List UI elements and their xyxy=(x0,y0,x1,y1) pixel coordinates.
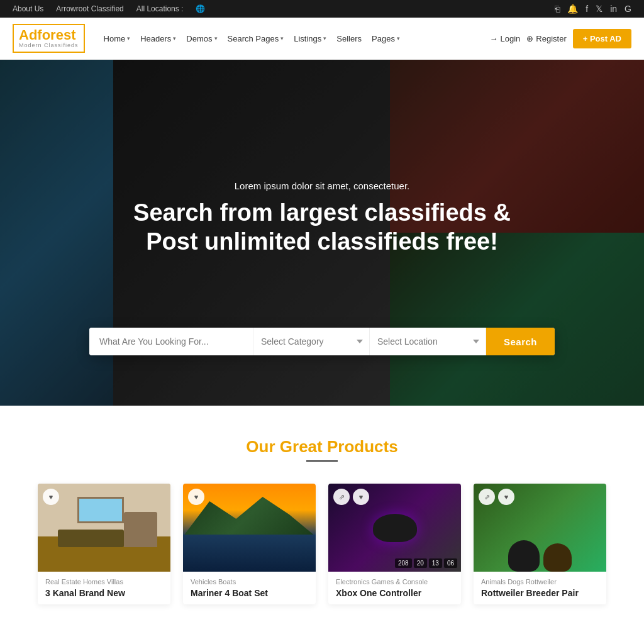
nav-pages[interactable]: Pages ▾ xyxy=(372,34,400,43)
room-table xyxy=(58,530,125,547)
card-body-2: Vehicles Boats Mariner 4 Boat Set xyxy=(183,572,316,604)
logo-text: Adforest xyxy=(19,28,79,43)
controller-shape xyxy=(373,514,417,542)
chevron-icon: ▾ xyxy=(323,35,326,42)
linkedin-icon[interactable]: in xyxy=(610,4,617,14)
card-actions-4: ⇗ ♥ xyxy=(479,489,514,505)
navbar-left: Adforest Modern Classifieds Home ▾ Heade… xyxy=(13,24,400,53)
card-body-4: Animals Dogs Rottweiler Rottweiler Breed… xyxy=(474,572,606,604)
card-category-4: Animals Dogs Rottweiler xyxy=(481,578,599,586)
nav-demos[interactable]: Demos ▾ xyxy=(186,34,217,43)
card-category-2: Vehicles Boats xyxy=(191,578,308,586)
card-actions-1: ♥ xyxy=(43,489,59,505)
product-card-4: ⇗ ♥ Animals Dogs Rottweiler Rottweiler B… xyxy=(474,484,606,604)
title-pre: Our xyxy=(246,437,279,456)
boat-water xyxy=(183,535,316,572)
card-badge-likes: 20 xyxy=(414,558,427,568)
card-badge-views: 208 xyxy=(395,558,412,568)
logo-tagline: Modern Classifieds xyxy=(19,43,79,49)
product-card-2: ♥ Vehicles Boats Mariner 4 Boat Set xyxy=(183,484,316,604)
login-arrow-icon: → xyxy=(489,34,497,43)
card-title-4: Rottweiler Breeder Pair xyxy=(481,588,599,598)
section-title: Our Great Products xyxy=(38,437,606,457)
chevron-icon: ▾ xyxy=(127,35,130,42)
register-icon: ⊕ xyxy=(526,34,533,43)
chevron-icon: ▾ xyxy=(397,35,400,42)
card-badges-3: 208 20 13 06 xyxy=(395,558,457,568)
topbar-about[interactable]: About Us xyxy=(13,4,43,13)
card-title-2: Mariner 4 Boat Set xyxy=(191,588,308,598)
card-body-1: Real Estate Homes Villas 3 Kanal Brand N… xyxy=(38,572,170,604)
nav-headers[interactable]: Headers ▾ xyxy=(140,34,176,43)
card-image-wrap-3: ⇗ ♥ 208 20 13 06 xyxy=(328,484,461,572)
card-actions-2: ♥ xyxy=(188,489,204,505)
hero-title: Search from largest classifieds & Post u… xyxy=(108,199,536,256)
card-heart-btn-2[interactable]: ♥ xyxy=(188,489,204,505)
nav-listings[interactable]: Listings ▾ xyxy=(294,34,326,43)
twitter-icon[interactable]: 𝕏 xyxy=(596,4,602,14)
topbar-brand[interactable]: Arrowroot Classified xyxy=(56,4,123,13)
category-select[interactable]: Select Category xyxy=(253,328,370,355)
nav-home[interactable]: Home ▾ xyxy=(104,34,131,43)
hero-content: Lorem ipsum dolor sit amet, consectetuer… xyxy=(108,180,536,275)
card-share-btn-3[interactable]: ⇗ xyxy=(333,489,350,505)
dog-1 xyxy=(508,540,540,572)
card-heart-btn-3[interactable]: ♥ xyxy=(353,489,369,505)
card-share-btn-4[interactable]: ⇗ xyxy=(479,489,495,505)
topbar-locations: All Locations : xyxy=(136,4,184,13)
login-icon[interactable]: ⎗ xyxy=(555,4,560,14)
login-button[interactable]: → Login xyxy=(489,34,520,43)
card-heart-btn-1[interactable]: ♥ xyxy=(43,489,59,505)
title-highlight: Great xyxy=(280,437,323,456)
logo-ad: Ad xyxy=(19,27,37,43)
chevron-icon: ▾ xyxy=(214,35,218,42)
hero-section: Lorem ipsum dolor sit amet, consectetuer… xyxy=(0,60,644,406)
products-section: Our Great Products ♥ Real Estate Homes V… xyxy=(0,406,644,623)
card-badge-shares: 06 xyxy=(444,558,457,568)
nav-search-pages[interactable]: Search Pages ▾ xyxy=(228,34,284,43)
card-category-3: Electronics Games & Console xyxy=(336,578,453,586)
title-post: Products xyxy=(323,437,398,456)
product-grid: ♥ Real Estate Homes Villas 3 Kanal Brand… xyxy=(38,484,606,604)
search-button[interactable]: Search xyxy=(486,328,555,355)
chevron-icon: ▾ xyxy=(173,35,176,42)
hero-subtitle: Lorem ipsum dolor sit amet, consectetuer… xyxy=(108,180,536,191)
card-title-3: Xbox One Controller xyxy=(336,588,453,598)
globe-icon[interactable]: 🌐 xyxy=(196,4,205,13)
navbar-right: → Login ⊕ Register + Post AD xyxy=(489,29,631,48)
navbar: Adforest Modern Classifieds Home ▾ Heade… xyxy=(0,18,644,60)
card-title-1: 3 Kanal Brand New xyxy=(45,588,163,598)
card-image-wrap-1: ♥ xyxy=(38,484,170,572)
product-card-3: ⇗ ♥ 208 20 13 06 Electronics Games & Con… xyxy=(328,484,461,604)
nav-links: Home ▾ Headers ▾ Demos ▾ Search Pages ▾ … xyxy=(104,34,400,43)
card-image-wrap-2: ♥ xyxy=(183,484,316,572)
topbar: About Us Arrowroot Classified All Locati… xyxy=(0,0,644,18)
dog-2 xyxy=(543,543,572,572)
room-chair xyxy=(124,512,157,547)
card-heart-btn-4[interactable]: ♥ xyxy=(498,489,514,505)
card-category-1: Real Estate Homes Villas xyxy=(45,578,163,586)
card-image-wrap-4: ⇗ ♥ xyxy=(474,484,606,572)
search-input[interactable] xyxy=(89,328,253,355)
topbar-left: About Us Arrowroot Classified All Locati… xyxy=(13,4,205,13)
nav-sellers[interactable]: Sellers xyxy=(336,34,362,43)
room-window xyxy=(77,497,124,523)
notification-icon[interactable]: 🔔 xyxy=(567,4,578,14)
card-actions-3: ⇗ ♥ xyxy=(333,489,369,505)
location-select[interactable]: Select Location xyxy=(370,328,486,355)
topbar-right: ⎗ 🔔 f 𝕏 in G xyxy=(555,4,631,14)
search-bar: Select Category Select Location Search xyxy=(89,328,555,355)
logo-forest: forest xyxy=(37,27,75,43)
card-body-3: Electronics Games & Console Xbox One Con… xyxy=(328,572,461,604)
card-badge-comments: 13 xyxy=(429,558,442,568)
login-label: Login xyxy=(500,34,520,43)
google-icon[interactable]: G xyxy=(625,4,631,14)
register-button[interactable]: ⊕ Register xyxy=(526,34,566,43)
product-card-1: ♥ Real Estate Homes Villas 3 Kanal Brand… xyxy=(38,484,170,604)
chevron-icon: ▾ xyxy=(280,35,284,42)
logo[interactable]: Adforest Modern Classifieds xyxy=(13,24,85,53)
register-label: Register xyxy=(536,34,566,43)
facebook-icon[interactable]: f xyxy=(586,4,588,14)
post-ad-button[interactable]: + Post AD xyxy=(573,29,631,48)
section-divider xyxy=(306,460,338,462)
